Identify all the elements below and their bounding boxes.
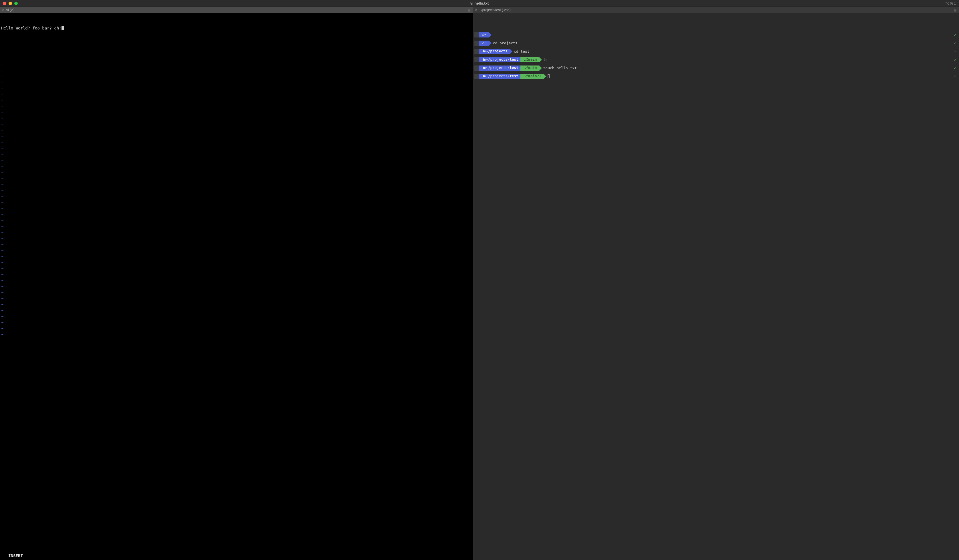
git-status-indicator: ?1 bbox=[537, 73, 541, 79]
vi-empty-line-marker: ~ bbox=[1, 110, 3, 115]
success-check-icon: ✓ bbox=[954, 41, 956, 46]
success-check-icon: ✓ bbox=[954, 49, 956, 54]
path-current: ~/projects bbox=[486, 49, 508, 54]
vi-empty-line-marker: ~ bbox=[1, 194, 3, 199]
prompt-git-segment: ⎇ main bbox=[521, 57, 539, 62]
titlebar: vi hello.txt ⌥⌘1 bbox=[0, 0, 959, 7]
prompt-os-segment bbox=[474, 41, 479, 46]
vi-empty-line-marker: ~ bbox=[1, 320, 3, 325]
zoom-button[interactable] bbox=[14, 2, 18, 5]
prompt-line: 🖿 ~/projects/test ⎇ main ?1✓ bbox=[474, 73, 958, 79]
prompt-os-segment bbox=[474, 57, 479, 62]
folder-icon: 🖿 bbox=[483, 65, 486, 71]
vi-empty-line-marker: ~ bbox=[1, 272, 3, 277]
home-icon: ⌂ bbox=[483, 40, 485, 46]
vi-empty-line-marker: ~ bbox=[1, 290, 3, 294]
path-prefix: ~/projects/ bbox=[486, 57, 510, 62]
vi-empty-line-marker: ~ bbox=[1, 146, 3, 150]
prompt-git-segment: ⎇ main bbox=[521, 65, 539, 71]
path-current: ~ bbox=[484, 40, 487, 46]
branch-icon: ⎇ bbox=[524, 57, 528, 62]
command-text: cd projects bbox=[489, 40, 518, 46]
vi-text-line: Hello World? foo bar? eh! bbox=[1, 26, 62, 30]
prompt-line: ⌂ ~✓ bbox=[474, 32, 958, 38]
vi-empty-line-marker: ~ bbox=[1, 176, 3, 180]
vi-editor[interactable]: Hello World? foo bar? eh! ~ ~ ~ ~ ~ ~ ~ … bbox=[0, 13, 473, 560]
command-text: cd test bbox=[510, 49, 530, 54]
vi-empty-line-marker: ~ bbox=[1, 266, 3, 270]
prompt-path-segment: 🖿 ~/projects/test bbox=[479, 74, 521, 79]
prompt-os-segment bbox=[474, 74, 479, 79]
tab-menu-icon[interactable]: ⊖ bbox=[954, 8, 957, 12]
prompt-path-segment: ⌂ ~ bbox=[479, 32, 489, 37]
shell-terminal[interactable]: ⌂ ~✓⌂ ~cd projects✓🖿 ~/projectscd test✓🖿… bbox=[473, 13, 959, 560]
window-title: vi hello.txt bbox=[470, 1, 489, 5]
vi-empty-line-marker: ~ bbox=[1, 68, 3, 72]
vi-empty-line-marker: ~ bbox=[1, 236, 3, 240]
minimize-button[interactable] bbox=[9, 2, 12, 5]
prompt-path-segment: ⌂ ~ bbox=[479, 41, 489, 46]
vi-empty-line-marker: ~ bbox=[1, 242, 3, 247]
success-check-icon: ✓ bbox=[954, 65, 956, 71]
vi-empty-line-marker: ~ bbox=[1, 56, 3, 60]
prompt-line: ⌂ ~cd projects✓ bbox=[474, 40, 958, 46]
keyboard-shortcut-indicator: ⌥⌘1 bbox=[945, 1, 956, 5]
vi-empty-line-marker: ~ bbox=[1, 218, 3, 223]
folder-icon: 🖿 bbox=[483, 57, 486, 62]
prompt-git-segment: ⎇ main ?1 bbox=[521, 74, 543, 79]
vi-empty-line-marker: ~ bbox=[1, 170, 3, 175]
terminal-window: vi hello.txt ⌥⌘1 × vi (vi) ⊖ Hello World… bbox=[0, 0, 959, 560]
git-branch-name: main bbox=[528, 73, 537, 79]
close-button[interactable] bbox=[3, 2, 6, 5]
vi-empty-line-marker: ~ bbox=[1, 254, 3, 259]
vi-empty-line-marker: ~ bbox=[1, 122, 3, 126]
vi-empty-line-marker: ~ bbox=[1, 314, 3, 318]
right-pane: × ~/projects/test (-zsh) ⊖ ⌂ ~✓⌂ ~cd pro… bbox=[473, 7, 959, 560]
vi-empty-line-marker: ~ bbox=[1, 152, 3, 156]
tab-menu-icon[interactable]: ⊖ bbox=[467, 8, 471, 12]
left-tab-title: vi (vi) bbox=[6, 8, 14, 12]
close-tab-icon[interactable]: × bbox=[473, 8, 479, 12]
vi-empty-line-marker: ~ bbox=[1, 206, 3, 210]
vi-empty-line-marker: ~ bbox=[1, 62, 3, 66]
success-check-icon: ✓ bbox=[954, 32, 956, 37]
folder-icon: 🖿 bbox=[483, 73, 486, 79]
vi-empty-line-marker: ~ bbox=[1, 200, 3, 205]
vi-empty-line-marker: ~ bbox=[1, 332, 3, 337]
vi-empty-line-marker: ~ bbox=[1, 278, 3, 283]
vi-empty-line-marker: ~ bbox=[1, 50, 3, 54]
right-tab-title: ~/projects/test (-zsh) bbox=[479, 8, 511, 12]
vi-empty-line-marker: ~ bbox=[1, 32, 3, 36]
vi-empty-line-marker: ~ bbox=[1, 302, 3, 307]
vi-empty-line-marker: ~ bbox=[1, 38, 3, 42]
git-branch-name: main bbox=[528, 57, 537, 62]
command-text: touch hello.txt bbox=[539, 65, 577, 71]
vi-empty-line-marker: ~ bbox=[1, 230, 3, 234]
path-current: test bbox=[510, 57, 518, 62]
right-tab-bar[interactable]: × ~/projects/test (-zsh) ⊖ bbox=[473, 7, 959, 13]
prompt-path-segment: 🖿 ~/projects/test bbox=[479, 57, 521, 62]
left-pane: × vi (vi) ⊖ Hello World? foo bar? eh! ~ … bbox=[0, 7, 473, 560]
split-panes: × vi (vi) ⊖ Hello World? foo bar? eh! ~ … bbox=[0, 7, 959, 560]
vi-empty-line-marker: ~ bbox=[1, 158, 3, 162]
success-check-icon: ✓ bbox=[954, 57, 956, 62]
vi-empty-line-marker: ~ bbox=[1, 44, 3, 48]
left-tab-bar[interactable]: × vi (vi) ⊖ bbox=[0, 7, 473, 13]
prompt-os-segment bbox=[474, 65, 479, 71]
path-prefix: ~/projects/ bbox=[486, 73, 510, 79]
vi-cursor bbox=[62, 26, 64, 30]
vi-empty-line-marker: ~ bbox=[1, 128, 3, 132]
home-icon: ⌂ bbox=[483, 32, 485, 37]
prompt-os-segment bbox=[474, 32, 479, 37]
path-prefix: ~/projects/ bbox=[486, 65, 510, 71]
branch-icon: ⎇ bbox=[524, 73, 528, 79]
success-check-icon: ✓ bbox=[954, 74, 956, 79]
vi-empty-line-marker: ~ bbox=[1, 92, 3, 96]
vi-empty-line-marker: ~ bbox=[1, 248, 3, 253]
close-tab-icon[interactable]: × bbox=[0, 8, 6, 12]
folder-icon: 🖿 bbox=[483, 49, 486, 54]
vi-empty-line-marker: ~ bbox=[1, 164, 3, 169]
vi-empty-line-marker: ~ bbox=[1, 188, 3, 192]
vi-empty-line-marker: ~ bbox=[1, 80, 3, 84]
vi-empty-line-marker: ~ bbox=[1, 104, 3, 108]
